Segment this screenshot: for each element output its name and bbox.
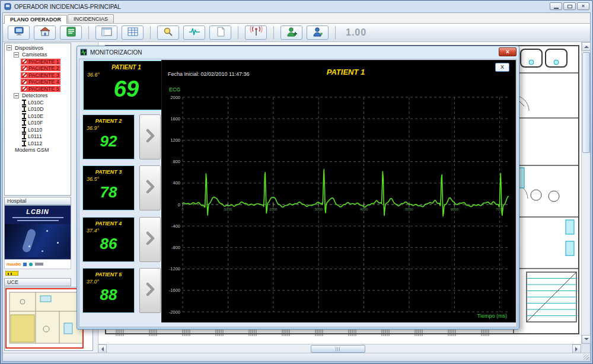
tab-bar: PLANO OPERADORINCIDENCIAS	[3, 13, 590, 24]
arrow-down-icon	[584, 338, 589, 343]
brand-image	[5, 224, 71, 257]
tree-item-l010c[interactable]: L010C	[5, 99, 71, 106]
tree-item-camisetas-label: Camisetas	[22, 52, 47, 58]
patient-row-5: PATIENT 537.0°88	[82, 268, 161, 313]
patient-panel-1[interactable]: PATIENT 136.6°69	[82, 60, 170, 111]
patient-open-button-2[interactable]	[139, 114, 161, 159]
patient-panel-3[interactable]: PATIENT 336.5°78	[82, 165, 135, 210]
tree-item-l010d-label: L010D	[28, 106, 44, 112]
ecg-close-button[interactable]: X	[495, 63, 509, 72]
dialog-close-button[interactable]: ×	[499, 47, 517, 56]
home-button[interactable]	[34, 25, 56, 40]
tree-item-paciente-1[interactable]: PACIENTE 1	[5, 58, 71, 65]
toolbar-separator	[238, 26, 238, 39]
minimize-button[interactable]	[550, 2, 562, 10]
svg-text:2000: 2000	[269, 207, 278, 211]
document-button[interactable]	[209, 25, 231, 40]
grid-button[interactable]	[122, 25, 144, 40]
svg-text:400: 400	[173, 180, 180, 186]
layout-button[interactable]	[95, 25, 117, 40]
tree-item-paciente-2-label: PACIENTE 2	[28, 65, 59, 71]
tree-item-l010f[interactable]: L010F	[5, 120, 71, 127]
toolbar-separator	[88, 26, 89, 39]
tree-item-l010d[interactable]: L010D	[5, 106, 71, 113]
flag-badge	[5, 271, 18, 276]
patient-heart-rate: 69	[84, 76, 169, 102]
monitor-button[interactable]	[8, 25, 30, 40]
hospital-section-header[interactable]: Hospital	[4, 197, 71, 205]
tree-item-paciente-5[interactable]: PACIENTE 5	[5, 85, 71, 92]
collapse-icon[interactable]	[14, 93, 19, 98]
svg-text:3000: 3000	[314, 207, 323, 211]
vertical-scroll-thumb[interactable]	[582, 52, 590, 153]
tree-item-l0112-label: L0112	[28, 141, 42, 146]
patient-open-button-4[interactable]	[139, 217, 161, 262]
vertical-scrollbar[interactable]	[581, 42, 590, 344]
report-button[interactable]	[60, 25, 82, 40]
tree-item-l010e[interactable]: L010E	[5, 113, 71, 120]
tree-item-paciente-3[interactable]: PACIENTE 3	[5, 72, 71, 79]
patient-open-button-3[interactable]	[139, 165, 161, 210]
tab-incidencias[interactable]: INCIDENCIAS	[68, 14, 114, 23]
tree-item-l0110[interactable]: L0110	[5, 126, 71, 133]
maximize-button[interactable]	[563, 2, 576, 10]
tree-item-camisetas[interactable]: Camisetas	[5, 52, 71, 59]
tree-item-paciente-4[interactable]: PACIENTE 4	[5, 79, 71, 86]
collapse-icon[interactable]	[7, 45, 12, 50]
patient-heart-rate: 92	[83, 132, 134, 151]
user-sync-icon	[312, 27, 324, 39]
partner-logo-icon	[35, 263, 43, 266]
tab-plano-operador[interactable]: PLANO OPERADOR	[4, 15, 67, 24]
tree-item-detectores-label: Detectores	[22, 92, 48, 98]
user-add-button[interactable]	[280, 25, 302, 40]
antenna-button[interactable]	[245, 25, 267, 40]
tree-item-l0112[interactable]: L0112	[5, 140, 71, 147]
tree-item-paciente-2[interactable]: PACIENTE 2	[5, 65, 71, 72]
layout-icon	[101, 27, 113, 39]
patient-panel-2[interactable]: PATIENT 236.9°92	[82, 114, 135, 159]
close-button[interactable]: ×	[577, 2, 589, 10]
uce-section-header[interactable]: UCE	[4, 278, 71, 286]
tree-item-dispositivos[interactable]: Dispositivos	[5, 44, 71, 52]
app-icon	[4, 3, 11, 10]
waveform-icon	[189, 27, 200, 39]
horizontal-scroll-thumb[interactable]	[311, 345, 365, 353]
patient-panel-4[interactable]: PATIENT 437.4°86	[82, 217, 135, 262]
tree-item-paciente-4-label: PACIENTE 4	[28, 79, 59, 85]
svg-text:-1600: -1600	[169, 288, 180, 293]
toolbar-separator	[335, 26, 336, 39]
detector-icon	[22, 133, 26, 139]
antenna-icon	[248, 26, 264, 39]
scroll-right-button[interactable]	[572, 344, 581, 353]
detector-icon	[22, 120, 26, 126]
svg-text:0: 0	[178, 202, 180, 207]
dialog-body: PATIENT 136.6°69PATIENT 236.9°92PATIENT …	[79, 59, 517, 327]
dialog-titlebar[interactable]: MONITORIZACION	[77, 46, 519, 58]
uce-header-label: UCE	[7, 279, 18, 285]
scroll-down-button[interactable]	[582, 335, 591, 344]
zoom-level: 1.00	[346, 27, 366, 38]
patient-panel-5[interactable]: PATIENT 537.0°88	[82, 268, 135, 313]
patient-open-button-5[interactable]	[139, 268, 161, 313]
patient-name: PATIENT 3	[83, 166, 134, 175]
window-title: OPERADOR INCIDENCIAS-PRINCIPAL	[14, 4, 121, 10]
user-sync-button[interactable]	[307, 25, 329, 40]
scroll-left-button[interactable]	[98, 344, 107, 353]
toolbar-separator	[273, 26, 274, 39]
waveform-button[interactable]	[183, 25, 205, 40]
scroll-up-button[interactable]	[582, 42, 591, 51]
tree-item-l0111[interactable]: L0111	[5, 133, 71, 141]
chevron-right-icon	[145, 128, 155, 146]
tree-item-detectores[interactable]: Detectores	[5, 92, 71, 100]
tree-item-modems-gsm[interactable]: Modems GSM	[5, 147, 71, 154]
patient-name: PATIENT 5	[83, 269, 134, 277]
detector-icon	[22, 127, 26, 133]
hospital-header-label: Hospital	[7, 198, 27, 204]
detector-icon	[22, 106, 26, 112]
ecg-series-label: ECG	[169, 87, 181, 92]
horizontal-scrollbar[interactable]	[98, 344, 581, 353]
minimize-icon	[554, 8, 559, 9]
patient-temperature: 37.0°	[83, 279, 134, 285]
search-button[interactable]	[157, 25, 179, 40]
collapse-icon[interactable]	[14, 52, 19, 58]
